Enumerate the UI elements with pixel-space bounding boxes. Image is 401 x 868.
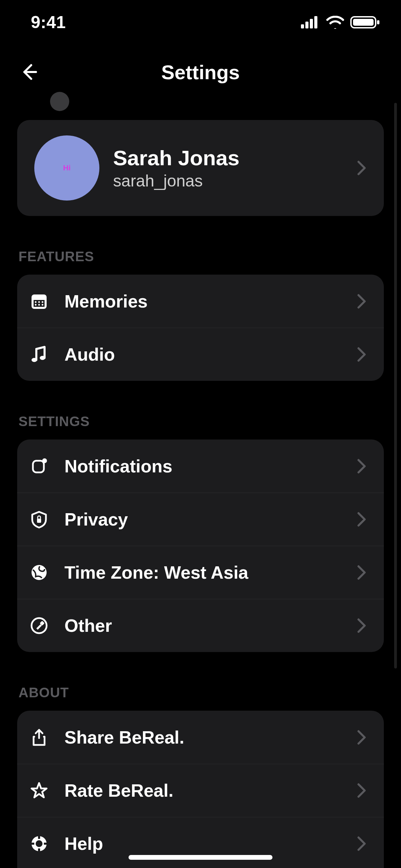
svg-rect-25 bbox=[38, 835, 40, 839]
section-header-features: FEATURES bbox=[17, 249, 384, 264]
row-label: Privacy bbox=[64, 509, 342, 530]
svg-rect-27 bbox=[31, 843, 34, 845]
chevron-right-icon bbox=[357, 730, 367, 745]
chevron-right-icon bbox=[357, 836, 367, 851]
music-icon bbox=[29, 344, 49, 365]
row-share[interactable]: Share BeReal. bbox=[17, 711, 384, 764]
chevron-right-icon bbox=[357, 783, 367, 798]
group-about: Share BeReal. Rate BeReal. bbox=[17, 711, 384, 868]
star-icon bbox=[29, 780, 49, 801]
chevron-right-icon bbox=[357, 160, 367, 176]
shield-lock-icon bbox=[29, 509, 49, 530]
wifi-icon bbox=[326, 16, 344, 29]
chevron-right-icon bbox=[357, 294, 367, 309]
svg-point-15 bbox=[32, 358, 37, 362]
share-icon bbox=[29, 727, 49, 748]
row-label: Help bbox=[64, 833, 342, 854]
row-label: Other bbox=[64, 615, 342, 636]
svg-rect-5 bbox=[353, 19, 374, 26]
svg-point-12 bbox=[35, 304, 37, 305]
row-label: Memories bbox=[64, 291, 342, 312]
svg-rect-19 bbox=[37, 519, 41, 523]
chevron-right-icon bbox=[357, 459, 367, 474]
avatar: Hi bbox=[34, 135, 99, 201]
svg-rect-2 bbox=[310, 19, 313, 28]
chevron-right-icon bbox=[357, 618, 367, 633]
calendar-icon bbox=[29, 291, 49, 312]
svg-point-9 bbox=[35, 301, 37, 303]
svg-rect-1 bbox=[305, 22, 308, 28]
status-bar: 9:41 bbox=[0, 0, 401, 45]
back-button[interactable] bbox=[17, 60, 41, 84]
row-privacy[interactable]: Privacy bbox=[17, 493, 384, 546]
svg-rect-17 bbox=[33, 461, 44, 472]
group-features: Memories Audio bbox=[17, 275, 384, 381]
status-time: 9:41 bbox=[31, 12, 66, 32]
chevron-right-icon bbox=[357, 512, 367, 527]
svg-rect-0 bbox=[301, 24, 304, 28]
row-label: Rate BeReal. bbox=[64, 780, 342, 801]
section-header-settings: SETTINGS bbox=[17, 414, 384, 429]
svg-rect-28 bbox=[44, 843, 47, 845]
page-title: Settings bbox=[161, 61, 240, 84]
profile-text: Sarah Jonas sarah_jonas bbox=[113, 146, 343, 190]
header: Settings bbox=[0, 55, 401, 89]
avatar-text: Hi bbox=[63, 164, 71, 172]
globe-icon bbox=[29, 562, 49, 583]
chevron-right-icon bbox=[357, 347, 367, 362]
group-settings: Notifications Privacy bbox=[17, 439, 384, 652]
row-help[interactable]: Help bbox=[17, 817, 384, 868]
svg-rect-26 bbox=[38, 848, 40, 852]
row-label: Notifications bbox=[64, 456, 342, 477]
svg-rect-3 bbox=[314, 16, 317, 28]
chevron-right-icon bbox=[357, 565, 367, 580]
svg-point-24 bbox=[36, 840, 42, 847]
bell-icon bbox=[29, 456, 49, 477]
profile-name: Sarah Jonas bbox=[113, 146, 343, 170]
svg-point-13 bbox=[38, 304, 40, 305]
arrow-left-icon bbox=[20, 62, 39, 82]
battery-icon bbox=[350, 15, 380, 29]
home-indicator[interactable] bbox=[129, 855, 272, 860]
profile-card[interactable]: Hi Sarah Jonas sarah_jonas bbox=[17, 120, 384, 216]
svg-rect-8 bbox=[34, 300, 45, 307]
row-label: Audio bbox=[64, 344, 342, 365]
section-header-about: ABOUT bbox=[17, 685, 384, 700]
row-label: Time Zone: West Asia bbox=[64, 562, 342, 583]
row-other[interactable]: Other bbox=[17, 599, 384, 652]
svg-point-10 bbox=[38, 301, 40, 303]
profile-username: sarah_jonas bbox=[113, 171, 343, 190]
status-icons bbox=[301, 15, 380, 29]
svg-point-11 bbox=[42, 301, 44, 303]
hammer-icon bbox=[29, 615, 49, 636]
row-rate[interactable]: Rate BeReal. bbox=[17, 764, 384, 817]
row-label: Share BeReal. bbox=[64, 727, 342, 748]
row-memories[interactable]: Memories bbox=[17, 275, 384, 328]
cellular-icon bbox=[301, 16, 320, 28]
svg-point-14 bbox=[42, 304, 44, 305]
settings-scroll: Hi Sarah Jonas sarah_jonas FEATURES Memo… bbox=[0, 96, 401, 868]
svg-point-16 bbox=[40, 356, 45, 360]
svg-rect-6 bbox=[377, 20, 379, 24]
row-audio[interactable]: Audio bbox=[17, 328, 384, 381]
row-notifications[interactable]: Notifications bbox=[17, 439, 384, 493]
svg-point-18 bbox=[42, 458, 47, 463]
row-timezone[interactable]: Time Zone: West Asia bbox=[17, 546, 384, 599]
lifebuoy-icon bbox=[29, 833, 49, 854]
